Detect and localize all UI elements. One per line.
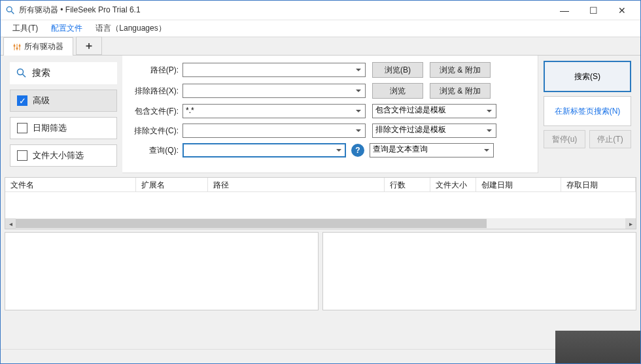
browse-append-button[interactable]: 浏览 & 附加	[430, 62, 491, 78]
title-bar: 所有驱动器 • FileSeek Pro Trial 6.1 — ☐ ✕	[1, 1, 640, 20]
checkbox-icon	[17, 150, 27, 161]
checkbox-icon	[17, 123, 27, 133]
bottom-panes	[5, 232, 636, 310]
status-bar	[1, 349, 640, 363]
include-file-label: 包含文件(F):	[128, 106, 182, 117]
stop-button[interactable]: 停止(T)	[589, 130, 631, 148]
col-path[interactable]: 路径	[208, 178, 385, 191]
tab-label: 所有驱动器	[24, 41, 63, 52]
exclude-path-label: 排除路径(X):	[128, 86, 182, 97]
svg-line-1	[11, 11, 14, 14]
overlay-patch	[555, 331, 640, 363]
exclude-mode-select[interactable]: 排除文件过滤是模板	[372, 124, 496, 138]
side-advanced-label: 高级	[33, 95, 50, 107]
close-button[interactable]: ✕	[609, 1, 635, 20]
grid-body	[5, 192, 636, 218]
col-ext[interactable]: 扩展名	[136, 178, 208, 191]
col-filename[interactable]: 文件名	[5, 178, 136, 191]
exclude-path-input[interactable]	[182, 84, 366, 98]
path-input[interactable]	[182, 63, 366, 77]
grid-header: 文件名 扩展名 路径 行数 文件大小 创建日期 存取日期	[5, 178, 636, 192]
svg-line-9	[23, 74, 26, 78]
browse-button[interactable]: 浏览(B)	[372, 62, 423, 78]
tab-add[interactable]: ＋	[76, 37, 102, 55]
include-file-input[interactable]: *.*	[182, 104, 366, 118]
path-label: 路径(P):	[128, 65, 182, 76]
scroll-thumb[interactable]	[16, 219, 487, 228]
side-search-label: 搜索	[32, 67, 50, 79]
query-label: 查询(Q):	[128, 145, 182, 156]
maximize-button[interactable]: ☐	[580, 1, 606, 20]
search-new-tab-button[interactable]: 在新标签页搜索(N)	[544, 96, 631, 126]
results-grid: 文件名 扩展名 路径 行数 文件大小 创建日期 存取日期 ◂ ▸	[5, 177, 636, 229]
left-pane	[5, 232, 319, 310]
col-created[interactable]: 创建日期	[476, 178, 561, 191]
tab-strip: 所有驱动器 ＋	[1, 37, 640, 56]
svg-point-5	[14, 44, 16, 46]
col-size[interactable]: 文件大小	[430, 178, 476, 191]
menu-tools[interactable]: 工具(T)	[6, 21, 44, 36]
right-pane	[322, 232, 636, 310]
side-panel: 搜索 ✓ 高级 日期筛选 文件大小筛选	[5, 56, 122, 173]
side-advanced[interactable]: ✓ 高级	[10, 90, 117, 112]
app-icon	[6, 6, 15, 15]
menu-language[interactable]: 语言（Languages）	[89, 21, 172, 36]
work-area: 搜索 ✓ 高级 日期筛选 文件大小筛选 路径(P): 浏览(B) 浏览 & 附加	[1, 56, 640, 349]
exclude-file-label: 排除文件(C):	[128, 125, 182, 137]
exclude-browse-append-button[interactable]: 浏览 & 附加	[430, 83, 491, 99]
scroll-right-arrow[interactable]: ▸	[625, 218, 636, 229]
side-size-filter[interactable]: 文件大小筛选	[10, 144, 117, 167]
query-mode-select[interactable]: 查询是文本查询	[370, 143, 494, 157]
col-lines[interactable]: 行数	[385, 178, 430, 191]
search-button[interactable]: 搜索(S)	[544, 61, 631, 92]
svg-point-0	[7, 7, 12, 12]
side-search-header: 搜索	[10, 62, 117, 84]
window-title: 所有驱动器 • FileSeek Pro Trial 6.1	[19, 5, 551, 16]
include-mode-select[interactable]: 包含文件过滤是模板	[372, 104, 496, 118]
col-accessed[interactable]: 存取日期	[561, 178, 636, 191]
query-input[interactable]	[182, 143, 346, 157]
svg-point-8	[18, 69, 24, 75]
form-panel: 路径(P): 浏览(B) 浏览 & 附加 排除路径(X): 浏览 浏览 & 附加…	[122, 56, 538, 173]
exclude-file-input[interactable]	[182, 124, 366, 138]
tab-all-drives[interactable]: 所有驱动器	[3, 37, 73, 56]
pause-button[interactable]: 暂停(u)	[544, 130, 585, 148]
svg-point-7	[19, 44, 21, 46]
side-size-filter-label: 文件大小筛选	[33, 150, 84, 161]
menu-profiles[interactable]: 配置文件	[44, 21, 89, 36]
grid-hscrollbar[interactable]: ◂ ▸	[5, 218, 636, 229]
scroll-left-arrow[interactable]: ◂	[5, 218, 16, 229]
checkbox-icon: ✓	[17, 95, 27, 106]
minimize-button[interactable]: —	[551, 1, 578, 20]
side-date-filter[interactable]: 日期筛选	[10, 117, 117, 139]
side-date-filter-label: 日期筛选	[33, 122, 67, 134]
svg-point-6	[16, 47, 18, 49]
exclude-browse-button[interactable]: 浏览	[372, 83, 423, 99]
action-panel: 搜索(S) 在新标签页搜索(N) 暂停(u) 停止(T)	[538, 56, 636, 173]
menu-bar: 工具(T) 配置文件 语言（Languages）	[1, 20, 640, 37]
search-icon	[16, 68, 27, 78]
tuning-icon	[13, 43, 21, 51]
help-icon[interactable]: ?	[351, 144, 364, 157]
